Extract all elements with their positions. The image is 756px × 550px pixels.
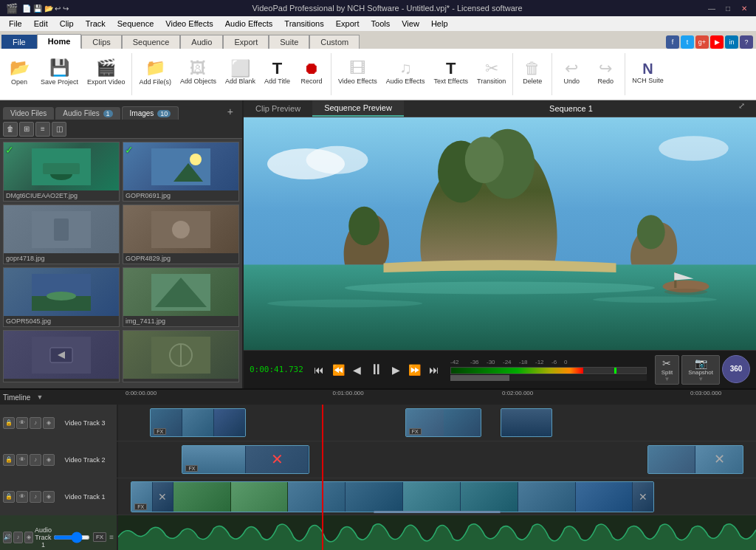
volume-slider[interactable] <box>53 535 90 540</box>
track-content-video1[interactable]: ✕ ✕ FX <box>118 478 756 515</box>
tab-suite[interactable]: Suite <box>269 35 309 49</box>
split-button[interactable]: ✂ Split ▼ <box>655 355 680 385</box>
video-effects-button[interactable]: 🎞 Video Effects <box>334 50 381 94</box>
audio-effects-button[interactable]: ♫ Audio Effects <box>382 50 429 94</box>
track-lock-btn[interactable]: 🔒 <box>3 417 15 429</box>
add-media-btn[interactable]: + <box>221 103 239 120</box>
media-item[interactable]: GOPR5045.jpg <box>3 267 120 327</box>
menu-edit[interactable]: Edit <box>28 18 54 30</box>
media-item[interactable]: ✓ GOPR0691.jpg <box>123 142 239 202</box>
preview-maximize-btn[interactable]: ⤢ <box>738 101 753 116</box>
tab-custom[interactable]: Custom <box>309 35 360 49</box>
export-video-button[interactable]: 🎬 Export Video <box>83 50 128 94</box>
tab-sequence-preview[interactable]: Sequence Preview <box>312 100 404 117</box>
media-item[interactable] <box>3 330 120 382</box>
youtube-icon[interactable]: ▶ <box>710 35 724 49</box>
menu-tools[interactable]: Tools <box>365 18 396 30</box>
track-clip[interactable]: ✕ <box>647 445 743 474</box>
minimize-btn[interactable]: — <box>706 2 718 14</box>
tab-home[interactable]: Home <box>37 34 82 49</box>
track-eye-btn[interactable]: 👁 <box>16 454 28 466</box>
snapshot-button[interactable]: 📷 Snapshot ▼ <box>681 355 720 385</box>
facebook-icon[interactable]: f <box>666 35 679 49</box>
menu-sequence[interactable]: Sequence <box>111 18 160 30</box>
tab-file[interactable]: File <box>1 35 37 49</box>
skip-end-btn[interactable]: ⏭ <box>426 362 442 377</box>
next-frame-btn[interactable]: ⏩ <box>405 362 424 377</box>
transition-button[interactable]: ✂ Transition <box>473 50 509 94</box>
track-solo-audio-btn[interactable]: ◈ <box>24 532 33 543</box>
track-content-audio1[interactable]: // Generate waveform visually in SVG <box>118 515 756 550</box>
undo-button[interactable]: ↩ Undo <box>555 50 588 94</box>
add-blank-button[interactable]: ⬜ Add Blank <box>221 50 259 94</box>
record-button[interactable]: ⏺ Record <box>295 50 328 94</box>
track-clip[interactable]: FX <box>405 408 482 437</box>
text-effects-button[interactable]: T Text Effects <box>430 50 472 94</box>
media-tool-delete[interactable]: 🗑 <box>3 122 18 137</box>
info-icon[interactable]: ? <box>740 35 753 49</box>
media-item[interactable]: GOPR4829.jpg <box>123 204 239 264</box>
track-volume-btn[interactable]: 🔊 <box>3 532 12 543</box>
menu-audio-effects[interactable]: Audio Effects <box>219 18 279 30</box>
menu-clip[interactable]: Clip <box>54 18 80 30</box>
menu-help[interactable]: Help <box>425 18 454 30</box>
tab-images[interactable]: Images 10 <box>122 106 179 120</box>
media-tool-sort[interactable]: ◫ <box>52 122 66 137</box>
timeline-dropdown[interactable]: ▼ <box>36 393 43 401</box>
menu-video-effects[interactable]: Video Effects <box>159 18 219 30</box>
menu-track[interactable]: Track <box>80 18 111 30</box>
menu-transitions[interactable]: Transitions <box>278 18 329 30</box>
tab-clip-preview[interactable]: Clip Preview <box>244 101 312 116</box>
linkedin-icon[interactable]: in <box>725 35 738 49</box>
nch-suite-button[interactable]: N NCH Suite <box>628 50 667 94</box>
add-files-button[interactable]: 📁 Add File(s) <box>135 50 175 94</box>
track-mute-btn[interactable]: ♪ <box>30 454 41 466</box>
track-clip[interactable]: FX <box>150 408 246 437</box>
save-project-button[interactable]: 💾 Save Project <box>37 50 82 94</box>
timeline-scrubber[interactable] <box>450 375 647 381</box>
track-eye-btn[interactable]: 👁 <box>16 491 28 503</box>
media-tool-grid[interactable]: ⊞ <box>19 122 34 137</box>
track-content-video3[interactable]: FX FX <box>118 405 756 441</box>
media-item[interactable]: ✓ DMgt6CIUEAAO2ET.jpg <box>3 142 120 202</box>
tab-clips[interactable]: Clips <box>81 35 121 49</box>
tab-export[interactable]: Export <box>223 35 269 49</box>
track-solo-btn[interactable]: ◈ <box>43 417 55 429</box>
track-eye-btn[interactable]: 👁 <box>16 417 28 429</box>
tab-audio[interactable]: Audio <box>180 35 223 49</box>
track-content-video2[interactable]: ✕ FX ✕ <box>118 441 756 478</box>
redo-button[interactable]: ↪ Redo <box>589 50 622 94</box>
timeline-ruler[interactable]: 0:00:00.000 0:01:00.000 0:02:00.000 0:03… <box>126 390 753 405</box>
track-solo-btn[interactable]: ◈ <box>43 454 55 466</box>
media-item[interactable] <box>123 330 239 382</box>
audio-expand-btn[interactable]: ≡ <box>109 533 114 541</box>
track-mute-btn[interactable]: ♪ <box>30 417 41 429</box>
track-lock-btn[interactable]: 🔒 <box>3 454 15 466</box>
track-mute-btn[interactable]: ♪ <box>30 491 41 503</box>
step-fwd-btn[interactable]: ▶ <box>389 362 403 377</box>
add-title-button[interactable]: T Add Title <box>261 50 294 94</box>
vr360-button[interactable]: 360 <box>722 355 750 383</box>
menu-file[interactable]: File <box>3 18 28 30</box>
add-objects-button[interactable]: 🖼 Add Objects <box>176 50 220 94</box>
twitter-icon[interactable]: t <box>681 35 694 49</box>
track-clip[interactable] <box>501 408 551 437</box>
track-lock-btn[interactable]: 🔒 <box>3 491 15 503</box>
step-back-btn[interactable]: ◀ <box>350 362 364 377</box>
open-button[interactable]: 📂 Open <box>3 50 35 94</box>
media-tool-list[interactable]: ≡ <box>35 122 50 137</box>
tab-sequence[interactable]: Sequence <box>122 35 181 49</box>
track-clip[interactable]: ✕ ✕ FX <box>131 481 653 512</box>
tab-video-files[interactable]: Video Files <box>3 107 54 120</box>
maximize-btn[interactable]: □ <box>722 2 734 14</box>
track-clip[interactable]: ✕ FX <box>182 445 309 474</box>
media-item[interactable]: img_7411.jpg <box>123 267 239 327</box>
track-solo-btn[interactable]: ◈ <box>43 491 55 503</box>
menu-export[interactable]: Export <box>330 18 365 30</box>
delete-button[interactable]: 🗑 Delete <box>516 50 549 94</box>
skip-start-btn[interactable]: ⏮ <box>311 362 327 377</box>
close-btn[interactable]: ✕ <box>738 2 750 14</box>
googleplus-icon[interactable]: g+ <box>695 35 709 49</box>
play-pause-btn[interactable]: ⏸ <box>366 360 387 379</box>
tab-audio-files[interactable]: Audio Files 1 <box>55 107 120 120</box>
